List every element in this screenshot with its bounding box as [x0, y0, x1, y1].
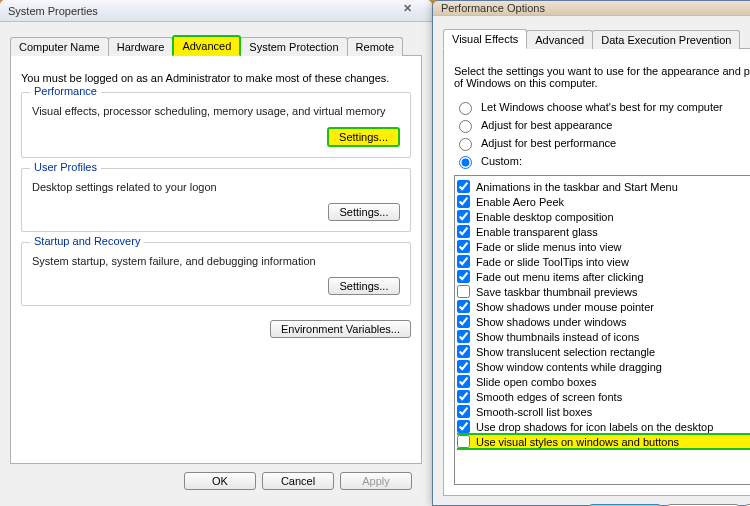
radio-best-performance-input[interactable]	[459, 138, 472, 151]
window-content: Visual EffectsAdvancedData Execution Pre…	[433, 16, 750, 506]
tab-system-protection[interactable]: System Protection	[240, 37, 347, 56]
option-label: Show shadows under windows	[476, 316, 626, 328]
option-checkbox[interactable]	[457, 225, 470, 238]
option-label: Show thumbnails instead of icons	[476, 331, 639, 343]
tab-remote[interactable]: Remote	[347, 37, 404, 56]
option-checkbox[interactable]	[457, 390, 470, 403]
window-title: Performance Options	[441, 2, 750, 14]
option-checkbox[interactable]	[457, 345, 470, 358]
option-row[interactable]: Fade out menu items after clicking	[457, 270, 750, 283]
option-checkbox[interactable]	[457, 315, 470, 328]
titlebar[interactable]: System Properties ✕	[0, 0, 432, 22]
radio-group: Let Windows choose what's best for my co…	[454, 97, 750, 171]
performance-settings-button[interactable]: Settings...	[327, 127, 400, 147]
option-checkbox[interactable]	[457, 330, 470, 343]
option-row[interactable]: Enable transparent glass	[457, 225, 750, 238]
tab-panel-advanced: You must be logged on as an Administrato…	[10, 56, 422, 464]
option-label: Fade or slide ToolTips into view	[476, 256, 629, 268]
tab-data-execution-prevention[interactable]: Data Execution Prevention	[592, 30, 740, 49]
system-properties-window: System Properties ✕ Computer NameHardwar…	[0, 0, 432, 506]
option-label: Enable desktop composition	[476, 211, 614, 223]
option-checkbox[interactable]	[457, 375, 470, 388]
option-checkbox[interactable]	[457, 195, 470, 208]
option-checkbox[interactable]	[457, 285, 470, 298]
group-desc: System startup, system failure, and debu…	[32, 255, 400, 267]
performance-options-window: Performance Options ✕ Visual EffectsAdva…	[432, 0, 750, 506]
option-checkbox[interactable]	[457, 180, 470, 193]
intro-text: Select the settings you want to use for …	[454, 65, 750, 89]
option-label: Show window contents while dragging	[476, 361, 662, 373]
radio-best-performance-label: Adjust for best performance	[481, 137, 616, 149]
group-startup-recovery: Startup and Recovery System startup, sys…	[21, 242, 411, 306]
option-row[interactable]: Show shadows under windows	[457, 315, 750, 328]
ok-button[interactable]: OK	[184, 472, 256, 490]
dialog-buttons: OK Cancel Apply	[10, 464, 422, 498]
option-row[interactable]: Use drop shadows for icon labels on the …	[457, 420, 750, 433]
option-row[interactable]: Show thumbnails instead of icons	[457, 330, 750, 343]
radio-let-windows-choose-label: Let Windows choose what's best for my co…	[481, 101, 723, 113]
tab-visual-effects[interactable]: Visual Effects	[443, 29, 527, 49]
group-desc: Visual effects, processor scheduling, me…	[32, 105, 400, 117]
radio-custom[interactable]: Custom:	[454, 153, 750, 169]
option-row[interactable]: Smooth edges of screen fonts	[457, 390, 750, 403]
intro-text: You must be logged on as an Administrato…	[21, 72, 411, 84]
radio-let-windows-choose-input[interactable]	[459, 102, 472, 115]
option-label: Show shadows under mouse pointer	[476, 301, 654, 313]
options-listbox[interactable]: Animations in the taskbar and Start Menu…	[454, 175, 750, 485]
option-checkbox[interactable]	[457, 210, 470, 223]
option-checkbox[interactable]	[457, 255, 470, 268]
option-label: Enable transparent glass	[476, 226, 598, 238]
option-label: Smooth-scroll list boxes	[476, 406, 592, 418]
option-label: Enable Aero Peek	[476, 196, 564, 208]
option-row[interactable]: Enable desktop composition	[457, 210, 750, 223]
option-row[interactable]: Smooth-scroll list boxes	[457, 405, 750, 418]
cancel-button[interactable]: Cancel	[262, 472, 334, 490]
titlebar[interactable]: Performance Options ✕	[433, 1, 750, 16]
option-row[interactable]: Animations in the taskbar and Start Menu	[457, 180, 750, 193]
startup-settings-button[interactable]: Settings...	[328, 277, 400, 295]
option-checkbox[interactable]	[457, 360, 470, 373]
radio-custom-input[interactable]	[459, 156, 472, 169]
option-label: Use drop shadows for icon labels on the …	[476, 421, 713, 433]
option-row[interactable]: Slide open combo boxes	[457, 375, 750, 388]
option-row[interactable]: Show translucent selection rectangle	[457, 345, 750, 358]
option-checkbox[interactable]	[457, 435, 470, 448]
radio-custom-label: Custom:	[481, 155, 522, 167]
radio-best-performance[interactable]: Adjust for best performance	[454, 135, 750, 151]
tab-advanced[interactable]: Advanced	[526, 30, 593, 49]
option-checkbox[interactable]	[457, 420, 470, 433]
environment-variables-button[interactable]: Environment Variables...	[270, 320, 411, 338]
close-icon: ✕	[403, 2, 412, 15]
close-button[interactable]: ✕	[386, 0, 428, 18]
option-checkbox[interactable]	[457, 300, 470, 313]
option-row[interactable]: Save taskbar thumbnail previews	[457, 285, 750, 298]
option-label: Save taskbar thumbnail previews	[476, 286, 637, 298]
option-checkbox[interactable]	[457, 270, 470, 283]
option-label: Fade out menu items after clicking	[476, 271, 644, 283]
option-checkbox[interactable]	[457, 405, 470, 418]
option-label: Smooth edges of screen fonts	[476, 391, 622, 403]
option-row[interactable]: Enable Aero Peek	[457, 195, 750, 208]
group-performance: Performance Visual effects, processor sc…	[21, 92, 411, 158]
group-user-profiles: User Profiles Desktop settings related t…	[21, 168, 411, 232]
apply-button[interactable]: Apply	[340, 472, 412, 490]
option-row[interactable]: Fade or slide ToolTips into view	[457, 255, 750, 268]
window-content: Computer NameHardwareAdvancedSystem Prot…	[0, 22, 432, 506]
tab-advanced[interactable]: Advanced	[172, 35, 241, 56]
tab-hardware[interactable]: Hardware	[108, 37, 174, 56]
option-row[interactable]: Use visual styles on windows and buttons	[457, 435, 750, 448]
option-row[interactable]: Fade or slide menus into view	[457, 240, 750, 253]
radio-best-appearance-input[interactable]	[459, 120, 472, 133]
option-row[interactable]: Show window contents while dragging	[457, 360, 750, 373]
radio-best-appearance[interactable]: Adjust for best appearance	[454, 117, 750, 133]
group-title: User Profiles	[30, 161, 101, 173]
radio-let-windows-choose[interactable]: Let Windows choose what's best for my co…	[454, 99, 750, 115]
tab-computer-name[interactable]: Computer Name	[10, 37, 109, 56]
option-checkbox[interactable]	[457, 240, 470, 253]
group-title: Startup and Recovery	[30, 235, 144, 247]
tab-panel-visual-effects: Select the settings you want to use for …	[443, 49, 750, 496]
window-title: System Properties	[8, 5, 386, 17]
user-profiles-settings-button[interactable]: Settings...	[328, 203, 400, 221]
group-title: Performance	[30, 85, 101, 97]
option-row[interactable]: Show shadows under mouse pointer	[457, 300, 750, 313]
